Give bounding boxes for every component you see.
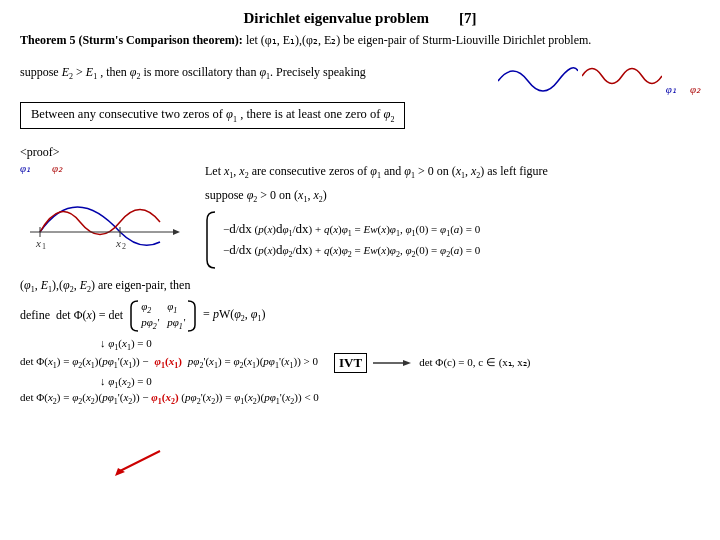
red-arrow-decoration: [110, 446, 170, 480]
proof-content: φ₁ φ₂ x 1 x 2: [20, 162, 700, 275]
ode-system: −d/dx (p(x)dφ1/dx) + q(x)φ1 = Ew(x)φ1, φ…: [205, 210, 700, 270]
svg-text:x: x: [115, 237, 121, 249]
svg-text:2: 2: [122, 242, 126, 251]
highlight-box: Between any consecutive two zeros of φ1 …: [20, 102, 405, 129]
theorem-label: Theorem 5 (Sturm's Comparison theorem):: [20, 33, 243, 47]
phi1-x2-zero-label: ↓ φ1(x2) = 0: [100, 375, 700, 390]
phi1-x1-zero-label: ↓ φ1(x1) = 0: [100, 337, 700, 352]
ode-eq2: −d/dx (p(x)dφ2/dx) + q(x)φ2 = Ew(x)φ2, φ…: [223, 242, 480, 259]
page-ref: [7]: [459, 10, 477, 27]
suppose-phi2-line: suppose φ2 > 0 on (x1, x2): [205, 186, 700, 206]
proof-diagram-area: φ₁ φ₂ x 1 x 2: [20, 162, 195, 275]
svg-text:x: x: [35, 237, 41, 249]
define-line: define det Φ(x) = det φ2φ1 pφ2'pφ1' = pW…: [20, 299, 700, 333]
proof-label: <proof>: [20, 145, 700, 160]
proof-text-area: Let x1, x2 are consecutive zeros of φ1 a…: [205, 162, 700, 275]
ode-eq1: −d/dx (p(x)dφ1/dx) + q(x)φ1 = Ew(x)φ1, φ…: [223, 221, 480, 238]
page: Dirichlet eigenvalue problem [7] Theorem…: [0, 0, 720, 540]
phi-labels: φ₁ φ₂: [20, 162, 195, 175]
highlight-box-container: Between any consecutive two zeros of φ1 …: [20, 102, 700, 137]
theorem-text: let (φ₁, E₁),(φ₂, E₂) be eigen-pair of S…: [246, 33, 591, 47]
ivt-section: IVT det Φ(c) = 0, c ∈ (x₁, x₂): [334, 353, 530, 373]
suppose-line: suppose E2 > E1 , then φ2 is more oscill…: [20, 65, 366, 81]
svg-marker-11: [403, 360, 411, 366]
formula1: det Φ(x1) = φ2(x1)(pφ1'(x1)) − φ1(x1) pφ…: [20, 353, 700, 373]
formula-area: ↓ φ1(x1) = 0 det Φ(x1) = φ2(x1)(pφ1'(x1)…: [20, 337, 700, 407]
formula2: det Φ(x2) = φ2(x2)(pφ1'(x2)) − φ1(x2) (p…: [20, 391, 700, 406]
ivt-arrow: [373, 356, 413, 370]
ode-equations: −d/dx (p(x)dφ1/dx) + q(x)φ1 = Ew(x)φ1, φ…: [223, 221, 480, 259]
eigen-pair-line: (φ1, E1),(φ2, E2) are eigen-pair, then: [20, 278, 700, 294]
wave-phi1-svg: [498, 56, 578, 96]
proof-wave-svg: x 1 x 2: [20, 177, 195, 257]
ivt-result: det Φ(c) = 0, c ∈ (x₁, x₂): [419, 356, 530, 369]
ivt-label: IVT: [334, 353, 367, 373]
big-bracket-svg: [205, 210, 217, 270]
matrix-display: φ2φ1 pφ2'pφ1': [129, 299, 197, 333]
wave-phi2-svg: [582, 56, 662, 96]
page-title: Dirichlet eigenvalue problem: [243, 10, 429, 27]
svg-marker-9: [173, 229, 180, 235]
let-line: Let x1, x2 are consecutive zeros of φ1 a…: [205, 162, 700, 182]
highlight-text: Between any consecutive two zeros of φ1 …: [31, 107, 394, 121]
theorem-line: Theorem 5 (Sturm's Comparison theorem): …: [20, 33, 700, 48]
page-header: Dirichlet eigenvalue problem [7]: [20, 10, 700, 27]
wave-diagram-top: φ₁ φ₂: [498, 56, 700, 96]
svg-text:1: 1: [42, 242, 46, 251]
